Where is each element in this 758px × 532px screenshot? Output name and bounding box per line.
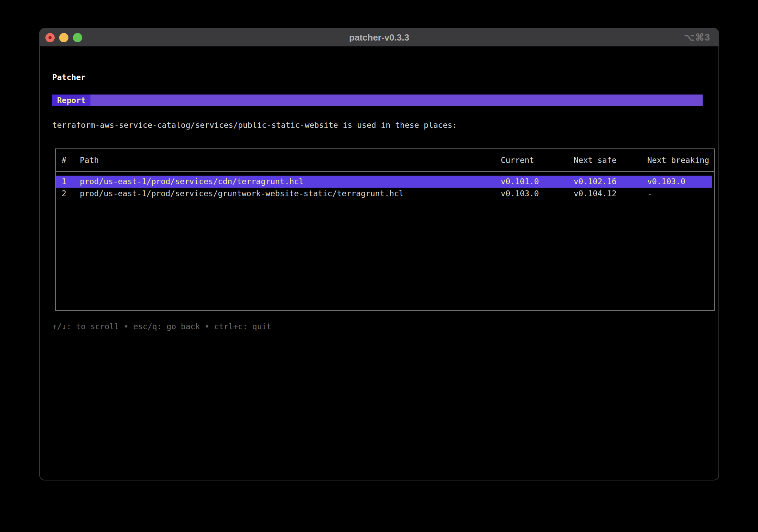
table-header-row: # Path Current Next safe Next breaking <box>56 149 714 172</box>
column-header-path: Path <box>80 149 99 171</box>
window-titlebar[interactable]: patcher-v0.3.3 ⌥⌘3 <box>40 29 718 46</box>
row-next-safe: v0.102.16 <box>574 176 617 188</box>
window-title: patcher-v0.3.3 <box>349 32 409 43</box>
column-header-next-breaking: Next breaking <box>647 149 709 171</box>
close-button[interactable] <box>45 33 55 42</box>
row-current: v0.103.0 <box>501 188 539 200</box>
row-next-safe: v0.104.12 <box>574 188 617 200</box>
table-body: 1 prod/us-east-1/prod/services/cdn/terra… <box>56 172 714 200</box>
usage-table: # Path Current Next safe Next breaking 1… <box>55 148 715 311</box>
table-row[interactable]: 1 prod/us-east-1/prod/services/cdn/terra… <box>56 176 712 188</box>
row-index: 1 <box>62 176 66 188</box>
zoom-button[interactable] <box>73 33 82 42</box>
row-next-breaking: v0.103.0 <box>647 176 685 188</box>
table-row[interactable]: 2 prod/us-east-1/prod/services/gruntwork… <box>56 188 714 200</box>
usage-summary-text: terraform-aws-service-catalog/services/p… <box>52 119 457 131</box>
traffic-lights <box>45 29 82 46</box>
keybinding-hints: ↑/↓: to scroll • esc/q: go back • ctrl+c… <box>52 321 271 332</box>
terminal-content: Patcher Report terraform-aws-service-cat… <box>40 46 718 480</box>
minimize-button[interactable] <box>59 33 68 42</box>
tab-report[interactable]: Report <box>52 95 90 106</box>
app-heading: Patcher <box>52 71 86 83</box>
column-header-current: Current <box>501 149 534 171</box>
tab-bar: Report <box>52 95 703 106</box>
row-path: prod/us-east-1/prod/services/gruntwork-w… <box>80 188 404 200</box>
row-next-breaking: - <box>647 188 652 200</box>
column-header-index: # <box>62 149 66 171</box>
row-path: prod/us-east-1/prod/services/cdn/terragr… <box>80 176 304 188</box>
terminal-window: patcher-v0.3.3 ⌥⌘3 Patcher Report terraf… <box>39 28 719 480</box>
column-header-next-safe: Next safe <box>574 149 617 171</box>
row-index: 2 <box>62 188 66 200</box>
row-current: v0.101.0 <box>501 176 539 188</box>
window-shortcut-badge: ⌥⌘3 <box>684 29 710 46</box>
